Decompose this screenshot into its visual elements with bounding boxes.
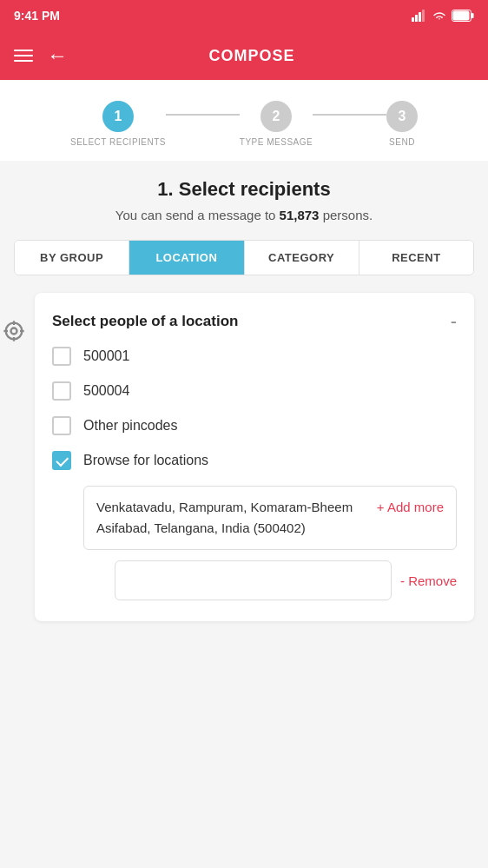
- add-more-link[interactable]: + Add more: [377, 497, 444, 539]
- step-2-label: TYPE MESSAGE: [240, 137, 313, 147]
- tab-category[interactable]: CATEGORY: [245, 241, 359, 275]
- svg-rect-2: [419, 12, 421, 22]
- wifi-icon: [432, 10, 446, 22]
- checkbox-500001[interactable]: [52, 347, 71, 366]
- step-1: 1 SELECT RECIPIENTS: [70, 101, 166, 147]
- tab-recent[interactable]: RECENT: [359, 241, 473, 275]
- section-subtitle: You can send a message to 51,873 persons…: [14, 208, 474, 222]
- step-3-circle: 3: [386, 101, 418, 132]
- checkbox-item-500004: 500004: [52, 381, 457, 401]
- svg-point-7: [6, 323, 23, 340]
- svg-rect-5: [472, 13, 474, 18]
- step-1-circle: 1: [102, 101, 134, 132]
- collapse-button[interactable]: -: [451, 310, 457, 333]
- step-2: 2 TYPE MESSAGE: [240, 101, 313, 147]
- card-title: Select people of a location: [52, 313, 238, 330]
- step-line-2: [313, 114, 386, 116]
- svg-rect-1: [415, 15, 418, 22]
- svg-rect-6: [453, 11, 470, 21]
- checkbox-label-500001: 500001: [83, 348, 129, 364]
- checkbox-item-browse-locations: Browse for locations: [52, 451, 457, 470]
- steps-row: 1 SELECT RECIPIENTS 2 TYPE MESSAGE 3 SEN…: [70, 101, 418, 147]
- location-input[interactable]: [115, 560, 392, 600]
- location-text-box: Venkatavadu, Rampuram, Komaram-Bheem Asi…: [83, 486, 457, 550]
- target-icon: [2, 319, 26, 343]
- checkbox-item-500001: 500001: [52, 347, 457, 366]
- step-1-label: SELECT RECIPIENTS: [70, 137, 166, 147]
- status-icons: [412, 10, 474, 22]
- step-2-circle: 2: [260, 101, 292, 132]
- location-text-content: Venkatavadu, Rampuram, Komaram-Bheem Asi…: [96, 497, 372, 539]
- battery-icon: [452, 10, 474, 22]
- menu-icon[interactable]: [14, 50, 33, 62]
- tab-by-group[interactable]: BY GROUP: [15, 241, 129, 275]
- checkbox-item-other-pincodes: Other pincodes: [52, 416, 457, 435]
- checkbox-browse-locations[interactable]: [52, 451, 71, 470]
- step-3-label: SEND: [389, 137, 415, 147]
- signal-icon: [412, 10, 427, 22]
- location-section: Select people of a location - 500001 500…: [14, 293, 474, 621]
- status-bar: 9:41 PM: [0, 0, 488, 31]
- step-line-1: [166, 114, 240, 116]
- card-header: Select people of a location -: [52, 310, 457, 333]
- page-title: COMPOSE: [82, 47, 422, 65]
- step-3: 3 SEND: [386, 101, 418, 147]
- steps-container: 1 SELECT RECIPIENTS 2 TYPE MESSAGE 3 SEN…: [0, 80, 488, 161]
- main-content: 1. Select recipients You can send a mess…: [0, 161, 488, 635]
- checkbox-label-browse-locations: Browse for locations: [83, 453, 208, 468]
- tab-location[interactable]: LOCATION: [129, 241, 244, 275]
- svg-rect-3: [422, 10, 425, 22]
- filter-tabs: BY GROUP LOCATION CATEGORY RECENT: [14, 240, 474, 275]
- status-time: 9:41 PM: [14, 9, 60, 23]
- location-text-container: Venkatavadu, Rampuram, Komaram-Bheem Asi…: [83, 486, 457, 600]
- svg-point-8: [11, 328, 17, 335]
- checkbox-other-pincodes[interactable]: [52, 416, 71, 435]
- checkbox-label-500004: 500004: [83, 383, 129, 399]
- back-button[interactable]: ←: [47, 43, 68, 68]
- checkbox-label-other-pincodes: Other pincodes: [83, 418, 178, 434]
- header: ← COMPOSE: [0, 31, 488, 80]
- remove-link[interactable]: - Remove: [400, 573, 457, 588]
- svg-rect-0: [412, 17, 414, 22]
- location-card: Select people of a location - 500001 500…: [35, 293, 474, 621]
- location-target-icon: [0, 314, 31, 348]
- section-title: 1. Select recipients: [14, 178, 474, 201]
- remove-row: - Remove: [115, 560, 457, 600]
- checkbox-500004[interactable]: [52, 381, 71, 401]
